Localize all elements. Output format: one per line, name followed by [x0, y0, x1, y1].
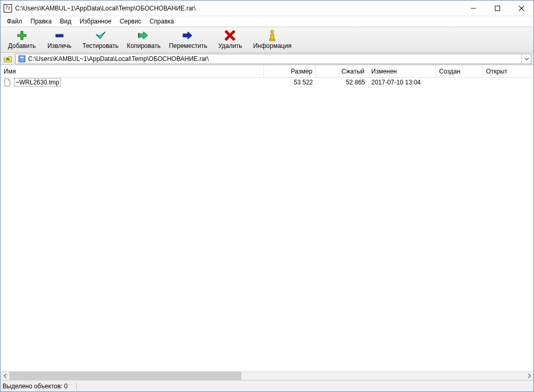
- column-header-packed[interactable]: Сжатый: [316, 65, 368, 77]
- window-title: C:\Users\KAMBUL~1\AppData\Local\Temp\ОБО…: [15, 5, 462, 12]
- svg-point-6: [271, 30, 274, 33]
- copy-button[interactable]: Копировать: [123, 28, 164, 52]
- close-button[interactable]: [509, 1, 533, 16]
- move-arrow-icon: [181, 30, 195, 41]
- check-icon: [94, 30, 107, 41]
- scroll-right-button[interactable]: [525, 372, 533, 381]
- archive-icon: [18, 55, 26, 63]
- maximize-button[interactable]: [486, 1, 509, 16]
- scroll-left-button[interactable]: [1, 372, 9, 381]
- svg-rect-8: [270, 39, 275, 41]
- menu-edit[interactable]: Правка: [27, 17, 56, 26]
- file-created: [436, 78, 483, 87]
- add-label: Добавить: [8, 42, 35, 50]
- menu-bar: Файл Правка Вид Избранное Сервис Справка: [1, 16, 533, 27]
- svg-rect-10: [20, 57, 23, 58]
- address-bar: C:\Users\KAMBUL~1\AppData\Local\Temp\ОБО…: [1, 53, 533, 65]
- delete-label: Удалить: [219, 42, 242, 50]
- file-opened: [483, 78, 527, 87]
- address-path: C:\Users\KAMBUL~1\AppData\Local\Temp\ОБО…: [28, 55, 209, 63]
- plus-icon: [16, 30, 28, 41]
- copy-arrow-icon: [137, 30, 151, 41]
- app-icon: 7z: [4, 4, 12, 13]
- file-modified: 2017-07-10 13:04: [368, 78, 436, 87]
- delete-icon: [225, 30, 235, 41]
- toolbar: Добавить Извлечь Тестировать Копировать …: [1, 27, 533, 53]
- scroll-thumb[interactable]: [9, 372, 241, 380]
- move-button[interactable]: Переместить: [165, 28, 211, 52]
- file-list[interactable]: ~WRL2630.tmp 53 522 52 865 2017-07-10 13…: [1, 78, 533, 371]
- test-label: Тестировать: [82, 42, 118, 50]
- file-size: 53 522: [264, 78, 316, 87]
- extract-button[interactable]: Извлечь: [41, 28, 78, 52]
- title-bar: 7z C:\Users\KAMBUL~1\AppData\Local\Temp\…: [1, 1, 533, 16]
- svg-rect-1: [495, 6, 500, 10]
- menu-tools[interactable]: Сервис: [116, 17, 145, 26]
- column-header-opened[interactable]: Открыт: [483, 65, 527, 77]
- column-header-created[interactable]: Создан: [436, 65, 483, 77]
- scroll-track[interactable]: [9, 372, 525, 380]
- column-header-size[interactable]: Размер: [264, 65, 316, 77]
- column-header-row: Имя Размер Сжатый Изменен Создан Открыт: [1, 65, 533, 78]
- file-packed: 52 865: [316, 78, 368, 87]
- status-separator: [76, 383, 77, 390]
- info-label: Информация: [253, 42, 291, 50]
- move-label: Переместить: [169, 42, 208, 50]
- list-item[interactable]: ~WRL2630.tmp 53 522 52 865 2017-07-10 13…: [1, 78, 533, 87]
- info-icon: [268, 30, 277, 41]
- menu-favorites[interactable]: Избранное: [76, 17, 116, 26]
- test-button[interactable]: Тестировать: [79, 28, 122, 52]
- address-dropdown-button[interactable]: [521, 54, 531, 64]
- horizontal-scrollbar[interactable]: [1, 371, 533, 380]
- menu-file[interactable]: Файл: [3, 17, 27, 26]
- add-button[interactable]: Добавить: [4, 28, 40, 52]
- window-controls: [462, 1, 533, 16]
- status-selection: Выделено объектов: 0: [3, 381, 73, 391]
- svg-rect-9: [19, 56, 25, 62]
- column-header-modified[interactable]: Изменен: [368, 65, 436, 77]
- delete-button[interactable]: Удалить: [212, 28, 248, 52]
- file-name: ~WRL2630.tmp: [14, 78, 61, 87]
- up-folder-button[interactable]: [3, 54, 13, 64]
- app-window: 7z C:\Users\KAMBUL~1\AppData\Local\Temp\…: [0, 0, 534, 392]
- menu-help[interactable]: Справка: [145, 17, 178, 26]
- column-header-name[interactable]: Имя: [1, 65, 264, 77]
- info-button[interactable]: Информация: [249, 28, 295, 52]
- minimize-button[interactable]: [462, 1, 486, 16]
- minus-icon: [54, 30, 65, 41]
- status-bar: Выделено объектов: 0: [1, 380, 533, 391]
- address-input[interactable]: C:\Users\KAMBUL~1\AppData\Local\Temp\ОБО…: [15, 54, 531, 64]
- menu-view[interactable]: Вид: [56, 17, 76, 26]
- svg-rect-4: [56, 34, 63, 37]
- file-icon: [4, 78, 12, 87]
- copy-label: Копировать: [127, 42, 161, 50]
- extract-label: Извлечь: [47, 42, 71, 50]
